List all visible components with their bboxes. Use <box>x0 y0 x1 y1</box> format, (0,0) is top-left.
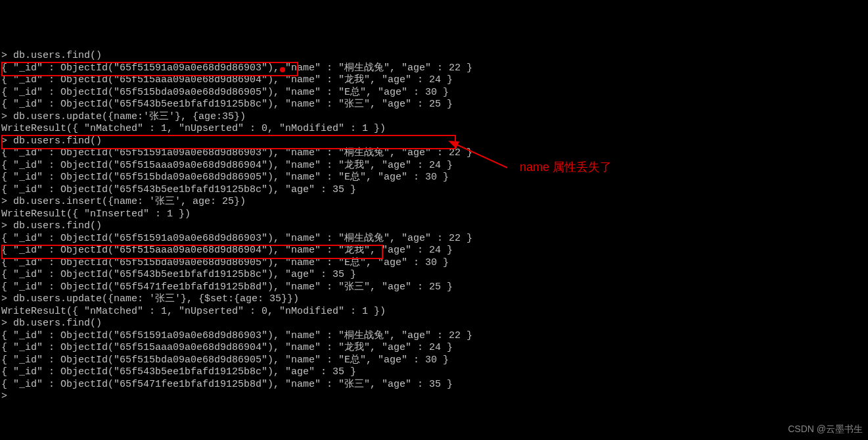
annotation-arrow <box>0 0 868 440</box>
svg-line-1 <box>455 144 507 168</box>
annotation-text: name 属性丢失了 <box>520 161 612 174</box>
